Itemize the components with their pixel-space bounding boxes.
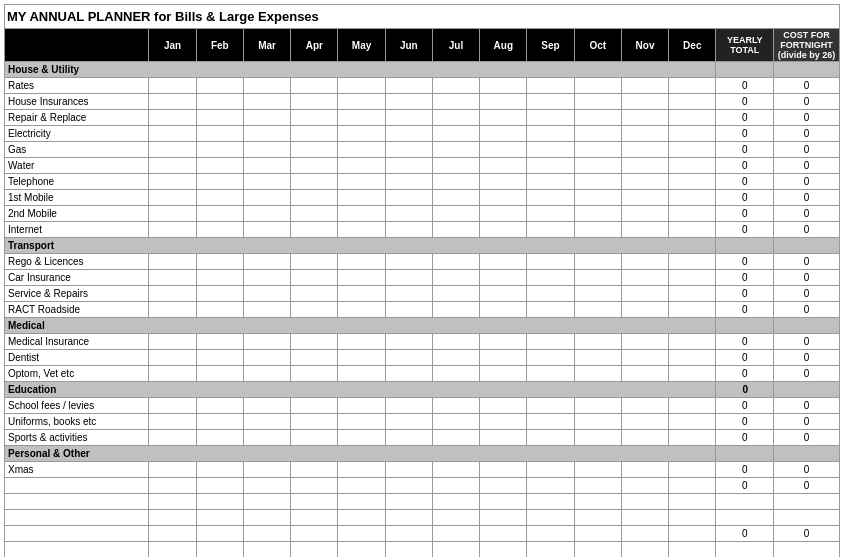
month-cell[interactable]: [291, 302, 338, 318]
month-cell[interactable]: [432, 462, 479, 478]
month-cell[interactable]: [196, 222, 243, 238]
month-cell[interactable]: [338, 158, 385, 174]
month-cell[interactable]: [338, 462, 385, 478]
month-cell[interactable]: [432, 142, 479, 158]
month-cell[interactable]: [149, 334, 196, 350]
month-cell[interactable]: [527, 254, 574, 270]
month-cell[interactable]: [621, 190, 668, 206]
month-cell[interactable]: [621, 126, 668, 142]
month-cell[interactable]: [432, 350, 479, 366]
month-cell[interactable]: [149, 510, 196, 526]
month-cell[interactable]: [669, 206, 716, 222]
month-cell[interactable]: [338, 366, 385, 382]
month-cell[interactable]: [243, 158, 290, 174]
month-cell[interactable]: [385, 366, 432, 382]
month-cell[interactable]: [669, 366, 716, 382]
month-cell[interactable]: [527, 222, 574, 238]
month-cell[interactable]: [338, 334, 385, 350]
month-cell[interactable]: [291, 462, 338, 478]
month-cell[interactable]: [574, 94, 621, 110]
month-cell[interactable]: [243, 510, 290, 526]
month-cell[interactable]: [291, 254, 338, 270]
month-cell[interactable]: [527, 110, 574, 126]
month-cell[interactable]: [669, 78, 716, 94]
month-cell[interactable]: [291, 190, 338, 206]
month-cell[interactable]: [385, 254, 432, 270]
month-cell[interactable]: [196, 254, 243, 270]
month-cell[interactable]: [291, 510, 338, 526]
month-cell[interactable]: [243, 254, 290, 270]
month-cell[interactable]: [527, 542, 574, 558]
month-cell[interactable]: [338, 494, 385, 510]
month-cell[interactable]: [574, 366, 621, 382]
month-cell[interactable]: [196, 126, 243, 142]
month-cell[interactable]: [480, 142, 527, 158]
month-cell[interactable]: [574, 270, 621, 286]
month-cell[interactable]: [149, 158, 196, 174]
month-cell[interactable]: [243, 302, 290, 318]
month-cell[interactable]: [385, 350, 432, 366]
month-cell[interactable]: [480, 126, 527, 142]
month-cell[interactable]: [480, 398, 527, 414]
month-cell[interactable]: [196, 78, 243, 94]
month-cell[interactable]: [385, 126, 432, 142]
month-cell[interactable]: [621, 174, 668, 190]
month-cell[interactable]: [669, 126, 716, 142]
month-cell[interactable]: [385, 94, 432, 110]
month-cell[interactable]: [338, 110, 385, 126]
month-cell[interactable]: [527, 302, 574, 318]
month-cell[interactable]: [338, 222, 385, 238]
month-cell[interactable]: [149, 398, 196, 414]
month-cell[interactable]: [574, 142, 621, 158]
month-cell[interactable]: [243, 286, 290, 302]
month-cell[interactable]: [338, 414, 385, 430]
month-cell[interactable]: [243, 398, 290, 414]
month-cell[interactable]: [196, 190, 243, 206]
month-cell[interactable]: [338, 270, 385, 286]
month-cell[interactable]: [291, 366, 338, 382]
month-cell[interactable]: [574, 158, 621, 174]
month-cell[interactable]: [527, 398, 574, 414]
month-cell[interactable]: [669, 494, 716, 510]
month-cell[interactable]: [243, 366, 290, 382]
month-cell[interactable]: [385, 494, 432, 510]
month-cell[interactable]: [432, 206, 479, 222]
month-cell[interactable]: [621, 366, 668, 382]
month-cell[interactable]: [432, 542, 479, 558]
month-cell[interactable]: [196, 526, 243, 542]
month-cell[interactable]: [291, 494, 338, 510]
month-cell[interactable]: [338, 286, 385, 302]
month-cell[interactable]: [385, 302, 432, 318]
month-cell[interactable]: [385, 478, 432, 494]
month-cell[interactable]: [574, 222, 621, 238]
month-cell[interactable]: [338, 398, 385, 414]
month-cell[interactable]: [196, 350, 243, 366]
month-cell[interactable]: [621, 462, 668, 478]
month-cell[interactable]: [574, 398, 621, 414]
month-cell[interactable]: [196, 366, 243, 382]
month-cell[interactable]: [527, 478, 574, 494]
month-cell[interactable]: [480, 350, 527, 366]
month-cell[interactable]: [527, 206, 574, 222]
month-cell[interactable]: [527, 350, 574, 366]
month-cell[interactable]: [243, 414, 290, 430]
month-cell[interactable]: [480, 462, 527, 478]
month-cell[interactable]: [621, 350, 668, 366]
month-cell[interactable]: [291, 398, 338, 414]
month-cell[interactable]: [291, 222, 338, 238]
month-cell[interactable]: [480, 510, 527, 526]
month-cell[interactable]: [196, 270, 243, 286]
month-cell[interactable]: [243, 350, 290, 366]
month-cell[interactable]: [291, 478, 338, 494]
month-cell[interactable]: [574, 462, 621, 478]
month-cell[interactable]: [196, 206, 243, 222]
month-cell[interactable]: [243, 494, 290, 510]
month-cell[interactable]: [621, 430, 668, 446]
month-cell[interactable]: [480, 430, 527, 446]
month-cell[interactable]: [432, 254, 479, 270]
month-cell[interactable]: [149, 142, 196, 158]
month-cell[interactable]: [291, 286, 338, 302]
month-cell[interactable]: [574, 254, 621, 270]
month-cell[interactable]: [574, 414, 621, 430]
month-cell[interactable]: [196, 174, 243, 190]
